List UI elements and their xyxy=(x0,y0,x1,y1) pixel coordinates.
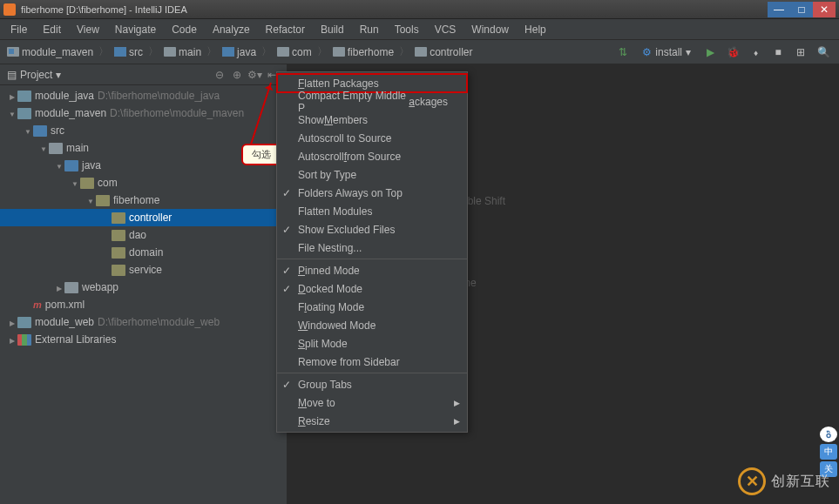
menu-analyze[interactable]: Analyze xyxy=(206,21,257,38)
expand-arrow-icon[interactable] xyxy=(85,196,96,205)
menu-item-sort-by-type[interactable]: Sort by Type xyxy=(277,165,467,184)
menu-item-remove-from-sidebar[interactable]: Remove from Sidebar xyxy=(277,353,467,371)
tree-row-module_maven[interactable]: module_mavenD:\fiberhome\module_maven xyxy=(0,104,287,122)
expand-arrow-icon[interactable] xyxy=(54,283,64,292)
menu-item-split-mode[interactable]: Split Mode xyxy=(277,334,467,353)
settings-icon[interactable]: ⚙▾ xyxy=(247,67,262,83)
minimize-button[interactable]: — xyxy=(768,2,790,17)
window-title: fiberhome [D:\fiberhome] - IntelliJ IDEA xyxy=(21,4,768,15)
menu-item-show-excluded-files[interactable]: Show Excluded Files xyxy=(277,220,467,239)
tree-row-external-libraries[interactable]: External Libraries xyxy=(0,331,287,348)
editor-hints: uble Shift me xyxy=(462,195,505,324)
menu-item-show-members[interactable]: Show Members xyxy=(277,111,467,129)
expand-arrow-icon[interactable] xyxy=(38,144,49,153)
menu-item-floating-mode[interactable]: Floating Mode xyxy=(277,298,467,316)
search-button[interactable]: 🔍 xyxy=(815,44,832,61)
expand-arrow-icon[interactable] xyxy=(54,161,64,171)
sidebar-title[interactable]: ▤Project ▾ xyxy=(7,69,212,81)
collapse-icon[interactable]: ⊖ xyxy=(212,67,227,83)
menu-refactor[interactable]: Refactor xyxy=(259,21,312,38)
project-settings-menu[interactable]: Flatten PackagesCompact Empty Middle Pac… xyxy=(276,71,468,433)
filter-icon[interactable]: ⇅ xyxy=(614,44,632,61)
expand-arrow-icon[interactable] xyxy=(7,91,17,101)
menu-run[interactable]: Run xyxy=(353,21,386,38)
tree-item-label: module_web xyxy=(35,316,94,328)
tree-row-fiberhome[interactable]: fiberhome xyxy=(0,192,287,209)
menu-edit[interactable]: Edit xyxy=(36,21,68,38)
package-icon xyxy=(96,195,110,206)
menu-build[interactable]: Build xyxy=(314,21,351,38)
tree-row-pom-xml[interactable]: mpom.xml xyxy=(0,296,287,313)
baidu-icon[interactable]: ὃ xyxy=(820,427,837,442)
folder-icon xyxy=(114,47,126,57)
tree-row-controller[interactable]: controller xyxy=(0,209,287,226)
tree-item-path: D:\fiberhome\module_java xyxy=(98,90,220,102)
menu-item-group-tabs[interactable]: Group Tabs xyxy=(277,375,467,393)
expand-arrow-icon[interactable] xyxy=(70,178,80,188)
folder-icon xyxy=(222,47,234,57)
coverage-button[interactable]: ⬧ xyxy=(747,44,764,61)
project-tool-window: ▤Project ▾ ⊖ ⊕ ⚙▾ ⇤ module_javaD:\fiberh… xyxy=(0,64,288,504)
expand-arrow-icon[interactable] xyxy=(7,109,17,118)
tree-row-webapp[interactable]: webapp xyxy=(0,279,287,296)
menu-item-resize[interactable]: Resize xyxy=(277,412,467,430)
structure-button[interactable]: ⊞ xyxy=(792,44,809,61)
expand-arrow-icon[interactable] xyxy=(7,318,17,327)
badge-cn1[interactable]: 中 xyxy=(820,444,837,460)
tree-row-module_web[interactable]: module_webD:\fiberhome\module_web xyxy=(0,313,287,331)
menu-item-compact-empty-middle-packages[interactable]: Compact Empty Middle Packages xyxy=(277,92,467,111)
menu-window[interactable]: Window xyxy=(464,21,516,38)
menu-item-autoscroll-from-source[interactable]: Autoscroll from Source xyxy=(277,147,467,165)
package-icon xyxy=(277,47,289,57)
menu-item-windowed-mode[interactable]: Windowed Mode xyxy=(277,316,467,334)
menu-navigate[interactable]: Navigate xyxy=(108,21,163,38)
stop-button[interactable]: ■ xyxy=(769,44,787,61)
breadcrumb-item[interactable]: fiberhome xyxy=(333,46,394,58)
menu-item-pinned-mode[interactable]: Pinned Mode xyxy=(277,261,467,279)
breadcrumb-item[interactable]: java xyxy=(222,46,256,58)
menu-item-autoscroll-to-source[interactable]: Autoscroll to Source xyxy=(277,129,467,147)
menu-file[interactable]: File xyxy=(3,21,34,38)
tree-row-domain[interactable]: domain xyxy=(0,244,287,261)
breadcrumb-item[interactable]: main xyxy=(164,46,201,58)
run-button[interactable]: ▶ xyxy=(701,44,719,61)
package-icon xyxy=(333,47,345,57)
tree-row-module_java[interactable]: module_javaD:\fiberhome\module_java xyxy=(0,87,287,104)
folder-icon xyxy=(164,47,176,57)
tree-row-com[interactable]: com xyxy=(0,174,287,192)
expand-arrow-icon[interactable] xyxy=(7,335,17,345)
navbar: module_maven〉 src〉 main〉 java〉 com〉 fibe… xyxy=(0,40,839,64)
menu-separator xyxy=(277,259,467,259)
menu-code[interactable]: Code xyxy=(165,21,204,38)
breadcrumb: module_maven〉 src〉 main〉 java〉 com〉 fibe… xyxy=(7,44,614,59)
menu-help[interactable]: Help xyxy=(518,21,553,38)
package-icon xyxy=(80,178,94,189)
breadcrumb-item[interactable]: com xyxy=(277,46,312,58)
lib-icon xyxy=(17,334,31,346)
tree-row-service[interactable]: service xyxy=(0,261,287,279)
window-buttons: — □ ✕ xyxy=(768,2,836,17)
breadcrumb-item[interactable]: module_maven xyxy=(7,46,93,58)
package-icon xyxy=(112,265,125,276)
sidebar-header: ▤Project ▾ ⊖ ⊕ ⚙▾ ⇤ xyxy=(0,64,287,85)
close-button[interactable]: ✕ xyxy=(813,2,836,17)
run-config-selector[interactable]: ⚙install ▾ xyxy=(637,44,696,60)
menu-item-file-nesting-[interactable]: File Nesting... xyxy=(277,239,467,257)
breadcrumb-item[interactable]: src xyxy=(114,46,143,58)
tree-item-label: fiberhome xyxy=(113,194,159,206)
menu-item-docked-mode[interactable]: Docked Mode xyxy=(277,279,467,298)
menu-item-folders-always-on-top[interactable]: Folders Always on Top xyxy=(277,184,467,202)
tree-row-src[interactable]: src xyxy=(0,122,287,139)
debug-button[interactable]: 🐞 xyxy=(724,44,741,61)
target-icon[interactable]: ⊕ xyxy=(229,67,245,83)
menu-vcs[interactable]: VCS xyxy=(428,21,463,38)
menu-item-flatten-modules[interactable]: Flatten Modules xyxy=(277,202,467,220)
breadcrumb-item[interactable]: controller xyxy=(415,46,472,58)
package-icon xyxy=(112,247,125,259)
expand-arrow-icon[interactable] xyxy=(23,126,33,136)
maximize-button[interactable]: □ xyxy=(790,2,813,17)
tree-row-dao[interactable]: dao xyxy=(0,226,287,244)
menu-item-move-to[interactable]: Move to xyxy=(277,393,467,412)
menu-view[interactable]: View xyxy=(70,21,106,38)
menu-tools[interactable]: Tools xyxy=(388,21,426,38)
